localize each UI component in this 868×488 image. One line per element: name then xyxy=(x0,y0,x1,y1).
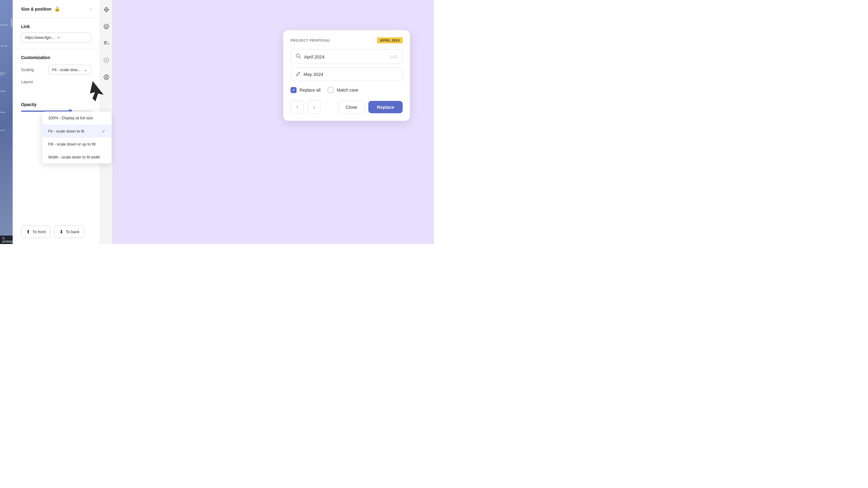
scaling-select[interactable]: Fit - scale dow... ⌄ xyxy=(48,65,91,75)
scaling-chevron: ⌄ xyxy=(84,67,87,72)
opacity-section: Opacity xyxy=(21,102,91,112)
link-section: Link https://www.figma.com/proto/ × xyxy=(13,18,100,49)
link-value: https://www.figma.com/proto/ xyxy=(25,36,55,40)
link-label: Link xyxy=(21,24,91,29)
find-replace-modal: PROJECT PROPOSAL APRIL 2024 April 2024 1… xyxy=(283,30,410,121)
dropdown-item-label-0: 100% - Display at full size xyxy=(48,116,93,120)
layout-row: Layout xyxy=(21,79,91,84)
main-area: PROJECT PROPOSAL APRIL 2024 April 2024 1… xyxy=(113,0,434,244)
link-input-container[interactable]: https://www.figma.com/proto/ × xyxy=(21,33,91,43)
next-icon: ↓ xyxy=(313,104,315,110)
dropdown-item-label-3: Width - scale down to fit width xyxy=(48,155,100,159)
actions-row: ↑ ↓ Close Replace xyxy=(290,100,403,113)
map-scrollbar xyxy=(11,18,12,27)
modal-header: PROJECT PROPOSAL APRIL 2024 xyxy=(290,37,403,43)
opacity-label: Opacity xyxy=(21,102,91,107)
prototype-badge: is prototype xyxy=(0,235,13,244)
replace-value: May 2024 xyxy=(304,72,398,77)
svg-rect-4 xyxy=(104,41,107,42)
replace-button[interactable]: Replace xyxy=(368,101,403,113)
close-button[interactable]: Close xyxy=(338,101,365,113)
sidebar-icon-list-edit[interactable] xyxy=(101,38,111,48)
dropdown-item-2[interactable]: Fill - scale down or up to fill xyxy=(42,138,112,151)
sidebar-icon-check-circle[interactable] xyxy=(101,56,111,65)
map-label-anto: ANTO xyxy=(0,130,5,131)
map-label-trez: TREZ/ xyxy=(0,111,5,113)
options-row: Replace all Match case xyxy=(290,87,403,93)
dropdown-item-label-2: Fill - scale down or up to fill xyxy=(48,142,96,147)
scaling-value: Fit - scale dow... xyxy=(52,67,81,72)
next-button[interactable]: ↓ xyxy=(307,100,321,113)
dropdown-item-1[interactable]: Fit - scale down to fit ✓ xyxy=(42,124,112,138)
replace-field[interactable]: May 2024 xyxy=(290,67,403,81)
scaling-label: Scaling xyxy=(21,67,48,72)
dropdown-check-icon: ✓ xyxy=(102,129,105,133)
prev-button[interactable]: ↑ xyxy=(290,100,304,113)
scaling-row: Scaling Fit - scale dow... ⌄ xyxy=(21,65,91,75)
search-field[interactable]: April 2024 1/17 xyxy=(290,50,403,64)
replace-all-option[interactable]: Replace all xyxy=(290,87,320,93)
size-position-title[interactable]: Size & position 🔒 › xyxy=(21,6,91,12)
dropdown-item-label-1: Fit - scale down to fit xyxy=(48,129,84,133)
match-case-checkbox[interactable] xyxy=(328,87,334,93)
map-label-brasilia: BRASILIA xyxy=(0,72,6,76)
prev-icon: ↑ xyxy=(296,104,299,110)
svg-rect-5 xyxy=(104,42,107,43)
scaling-dropdown: 100% - Display at full size Fit - scale … xyxy=(42,111,112,164)
svg-point-9 xyxy=(105,76,107,77)
modal-date-badge: APRIL 2024 xyxy=(377,37,403,43)
to-back-icon: ⬇ xyxy=(59,229,63,235)
to-front-button[interactable]: ⬆ To front xyxy=(21,226,51,238)
pencil-icon xyxy=(296,71,301,77)
size-position-section: Size & position 🔒 › xyxy=(13,0,100,18)
map-label-toam: TO AM xyxy=(1,45,7,47)
sidebar-icon-chat[interactable] xyxy=(101,22,111,31)
bottom-buttons: ⬆ To front ⬇ To back xyxy=(21,226,84,238)
sidebar-icon-diamond[interactable] xyxy=(101,5,111,14)
lock-icon: 🔒 xyxy=(54,6,60,12)
to-front-icon: ⬆ xyxy=(26,229,30,235)
map-label-santo: SANTO xyxy=(0,90,6,92)
dropdown-item-3[interactable]: Width - scale down to fit width xyxy=(42,151,112,164)
map-label-grand: GRAND xyxy=(1,24,8,26)
search-icon xyxy=(296,53,301,60)
modal-title: PROJECT PROPOSAL xyxy=(290,38,331,42)
svg-line-12 xyxy=(299,57,301,59)
search-value: April 2024 xyxy=(304,54,387,59)
replace-label: Replace xyxy=(377,104,394,110)
match-case-option[interactable]: Match case xyxy=(328,87,358,93)
dropdown-item-0[interactable]: 100% - Display at full size xyxy=(42,111,112,124)
size-position-label: Size & position xyxy=(21,7,51,11)
customization-title: Customization xyxy=(21,55,91,60)
size-position-chevron: › xyxy=(90,7,91,11)
replace-all-checkbox[interactable] xyxy=(290,87,297,93)
replace-all-label: Replace all xyxy=(300,88,320,93)
customization-section: Customization Scaling Fit - scale dow...… xyxy=(13,49,100,118)
map-panel: GRAND TO AM BRASILIA SANTO TREZ/ ANTO is… xyxy=(0,0,13,244)
search-count: 1/17 xyxy=(390,55,398,59)
to-back-label: To back xyxy=(66,230,79,234)
svg-point-3 xyxy=(104,24,109,29)
sidebar-icon-user[interactable] xyxy=(101,72,111,82)
to-front-label: To front xyxy=(33,230,45,234)
link-clear-icon[interactable]: × xyxy=(58,35,88,40)
layout-label: Layout xyxy=(21,79,48,84)
match-case-label: Match case xyxy=(337,88,358,93)
svg-rect-6 xyxy=(104,44,106,44)
to-back-button[interactable]: ⬇ To back xyxy=(54,226,84,238)
map-pin xyxy=(2,78,6,81)
close-label: Close xyxy=(346,104,357,110)
